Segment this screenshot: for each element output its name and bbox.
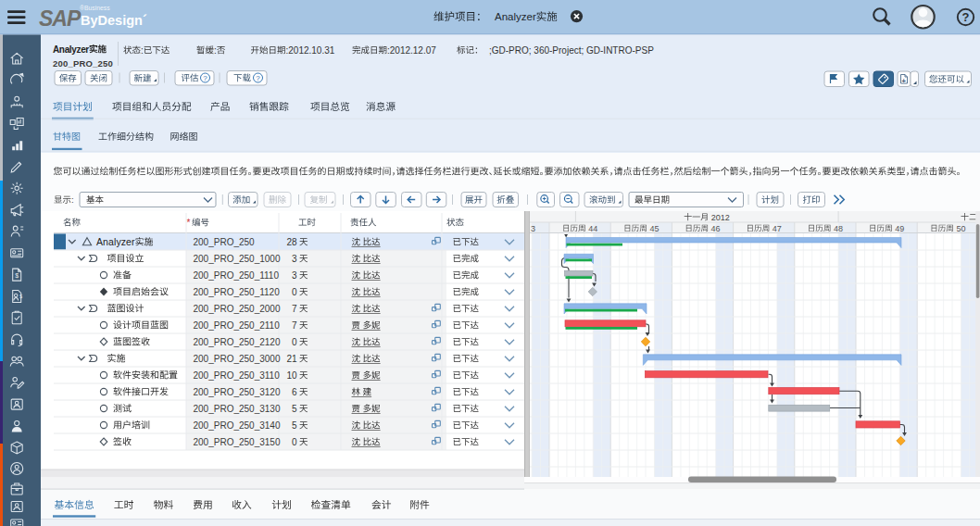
svg-text:$: $ <box>19 294 22 299</box>
svg-text:2012: 2012 <box>711 213 730 222</box>
svg-text:200_PRO_250_1000: 200_PRO_250_1000 <box>194 254 281 264</box>
svg-text::2012.12.07: :2012.12.07 <box>387 45 436 56</box>
svg-text:200_PRO_250_2110: 200_PRO_250_2110 <box>194 320 281 331</box>
svg-text:*: * <box>187 218 191 228</box>
svg-text:Analyzer: Analyzer <box>495 11 536 22</box>
svg-text:47: 47 <box>773 224 782 233</box>
svg-text:3: 3 <box>531 224 535 233</box>
svg-text:?: ? <box>256 74 260 82</box>
svg-text:7: 7 <box>292 320 297 331</box>
svg-text:?: ? <box>203 74 207 82</box>
svg-text:200_PRO_250_1110: 200_PRO_250_1110 <box>194 270 280 281</box>
svg-text:200_PRO_250_3140: 200_PRO_250_3140 <box>194 420 281 431</box>
svg-text:+: + <box>902 77 907 85</box>
svg-text:200_PRO_250_2000: 200_PRO_250_2000 <box>194 304 281 314</box>
svg-text:3: 3 <box>292 254 297 264</box>
svg-text::: : <box>214 45 217 56</box>
svg-text:10: 10 <box>286 370 297 381</box>
svg-text:Analyzer: Analyzer <box>53 44 89 55</box>
svg-text:200_PRO_250: 200_PRO_250 <box>194 237 256 247</box>
svg-text:46: 46 <box>711 224 721 233</box>
svg-text:200_PRO_250_3110: 200_PRO_250_3110 <box>194 370 281 381</box>
svg-text:200_PRO_250_1120: 200_PRO_250_1120 <box>194 287 281 297</box>
svg-text:0: 0 <box>292 437 297 447</box>
svg-text:200_PRO_250_3130: 200_PRO_250_3130 <box>194 404 281 414</box>
svg-text:200_PRO_250_3150: 200_PRO_250_3150 <box>194 437 281 447</box>
svg-text:7: 7 <box>292 304 297 314</box>
svg-text:200_PRO_250: 200_PRO_250 <box>53 58 113 69</box>
svg-text:SAP: SAP <box>39 6 82 31</box>
svg-text:200_PRO_250_3120: 200_PRO_250_3120 <box>194 387 281 397</box>
svg-text:0: 0 <box>292 287 297 297</box>
svg-text:49: 49 <box>895 224 904 233</box>
svg-text:3: 3 <box>292 270 297 281</box>
svg-text:®Business: ®Business <box>80 5 110 11</box>
svg-text::2012.10.31: :2012.10.31 <box>286 45 335 56</box>
svg-text:200_PRO_250_2120: 200_PRO_250_2120 <box>194 337 281 347</box>
svg-text:$: $ <box>15 272 19 279</box>
svg-text:21: 21 <box>286 354 297 364</box>
svg-text:5: 5 <box>292 404 297 414</box>
svg-text:48: 48 <box>834 224 843 233</box>
svg-text:6: 6 <box>292 387 297 397</box>
svg-text:?: ? <box>962 10 970 24</box>
svg-text:44: 44 <box>588 224 597 233</box>
svg-text:;GD-PRO; 360-Project; GD-INTRO: ;GD-PRO; 360-Project; GD-INTRO-PSP <box>489 45 654 56</box>
svg-text::: : <box>141 45 144 56</box>
svg-text:ByDesign´: ByDesign´ <box>81 13 147 28</box>
svg-text:5: 5 <box>292 420 297 431</box>
svg-text:50: 50 <box>956 224 965 233</box>
svg-text:0: 0 <box>292 337 297 347</box>
svg-text::: : <box>71 194 74 205</box>
svg-text:28: 28 <box>286 237 297 247</box>
svg-text:200_PRO_250_3000: 200_PRO_250_3000 <box>194 354 281 364</box>
svg-text:Analyzer: Analyzer <box>96 236 135 247</box>
svg-text:45: 45 <box>649 224 659 233</box>
